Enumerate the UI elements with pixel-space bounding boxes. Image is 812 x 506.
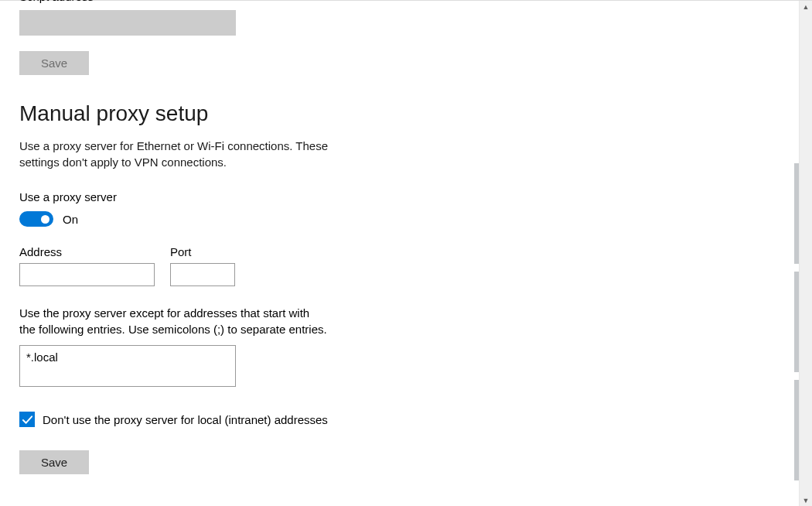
bypass-local-checkbox[interactable] [19, 412, 35, 427]
scroll-down-arrow[interactable]: ▼ [800, 494, 812, 506]
scroll-up-arrow[interactable]: ▲ [800, 1, 812, 13]
use-proxy-toggle[interactable] [19, 211, 53, 227]
script-address-label: Script address [19, 0, 94, 4]
window-edge-sliver [794, 163, 799, 264]
auto-save-button[interactable]: Save [19, 51, 89, 75]
manual-proxy-description: Use a proxy server for Ethernet or Wi-Fi… [19, 138, 360, 170]
exceptions-label: Use the proxy server except for addresse… [19, 305, 329, 337]
script-address-input[interactable] [19, 10, 236, 36]
window-edge-sliver [794, 272, 799, 372]
window-edge-sliver [794, 380, 799, 480]
exceptions-textarea[interactable] [19, 345, 236, 387]
bypass-local-label: Don't use the proxy server for local (in… [43, 413, 328, 426]
proxy-address-input[interactable] [19, 263, 155, 286]
address-label: Address [19, 245, 155, 258]
manual-save-button[interactable]: Save [19, 450, 89, 474]
proxy-port-input[interactable] [170, 263, 235, 286]
vertical-scrollbar[interactable]: ▲ ▼ [799, 1, 812, 506]
manual-proxy-heading: Manual proxy setup [19, 101, 541, 126]
port-label: Port [170, 245, 235, 258]
use-proxy-label: Use a proxy server [19, 190, 541, 203]
use-proxy-toggle-state: On [63, 213, 78, 226]
checkmark-icon [22, 414, 33, 426]
settings-proxy-page: ▲ ▼ Script address Save Manual proxy set… [0, 0, 812, 506]
toggle-knob [41, 215, 49, 224]
